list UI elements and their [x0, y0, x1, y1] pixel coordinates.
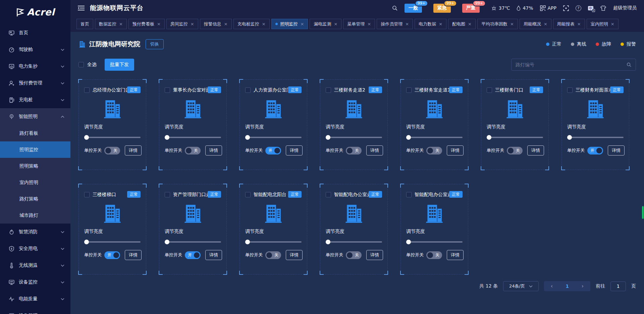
switch-toggle[interactable]: 开 [104, 251, 120, 259]
switch-toggle[interactable]: 关 [507, 147, 523, 154]
switch-toggle[interactable]: 关 [426, 147, 442, 154]
switch-site-button[interactable]: 切换 [146, 39, 164, 49]
card-checkbox[interactable] [84, 87, 90, 93]
card-checkbox[interactable] [567, 87, 573, 93]
card-checkbox[interactable] [165, 192, 170, 197]
search-icon[interactable] [392, 5, 398, 11]
brightness-slider[interactable] [245, 240, 302, 244]
slider-thumb[interactable] [326, 240, 330, 244]
detail-button[interactable]: 详情 [527, 145, 544, 155]
close-icon[interactable]: × [544, 21, 547, 26]
sidebar-subitem-lighting-monitor[interactable]: 照明监控 [0, 141, 70, 158]
sidebar-item-prepaid[interactable]: 预付费管理 [0, 75, 70, 91]
detail-button[interactable]: 详情 [608, 145, 625, 155]
close-icon[interactable]: × [119, 21, 123, 26]
sidebar-item-wireless-temp[interactable]: 无线测温 [0, 257, 70, 274]
brightness-slider[interactable] [567, 135, 624, 140]
search-input[interactable] [516, 62, 627, 67]
sidebar-item-home[interactable]: 首页 [0, 24, 70, 41]
close-icon[interactable]: × [191, 21, 194, 26]
tab-charging-monitor[interactable]: 充电桩监控× [233, 19, 270, 29]
slider-thumb[interactable] [245, 135, 250, 140]
brightness-slider[interactable] [406, 135, 463, 140]
tab-power-data[interactable]: 电力数据× [415, 19, 446, 29]
detail-button[interactable]: 详情 [286, 250, 303, 260]
sidebar-item-device-monitor[interactable]: 设备监控 [0, 274, 70, 291]
close-icon[interactable]: × [439, 21, 442, 26]
help-icon[interactable]: ? [576, 5, 581, 11]
slider-thumb[interactable] [245, 240, 250, 244]
sidebar-subitem-streetlight-strategy[interactable]: 路灯策略 [0, 191, 70, 207]
card-checkbox[interactable] [406, 87, 412, 93]
brightness-slider[interactable] [84, 240, 141, 244]
sidebar-item-cockpit[interactable]: 驾驶舱 [0, 41, 70, 58]
slider-thumb[interactable] [326, 135, 330, 140]
next-page-button[interactable]: › [575, 283, 590, 289]
switch-toggle[interactable]: 开 [265, 147, 281, 154]
tab-leakage-monitor[interactable]: 漏电监测× [310, 19, 341, 29]
close-icon[interactable]: × [510, 21, 514, 26]
detail-button[interactable]: 详情 [205, 145, 222, 155]
sidebar-item-device-mgmt[interactable]: 设备管理 [0, 307, 70, 314]
brightness-slider[interactable] [326, 240, 382, 244]
alarm-badge-severe[interactable]: 严重 99+ [462, 4, 480, 13]
search-icon[interactable] [627, 62, 632, 67]
slider-thumb[interactable] [487, 135, 491, 140]
slider-thumb[interactable] [84, 240, 89, 244]
switch-toggle[interactable]: 关 [265, 251, 281, 259]
switch-toggle[interactable]: 关 [346, 147, 362, 154]
alarm-badge-urgent[interactable]: 紧急 99+ [433, 4, 451, 13]
tab-distribution-diagram[interactable]: 配电图× [448, 19, 476, 29]
prev-page-button[interactable]: ‹ [544, 283, 559, 289]
slider-thumb[interactable] [165, 240, 169, 244]
close-icon[interactable]: × [405, 21, 409, 26]
translate-icon[interactable]: 中A [588, 6, 593, 10]
slider-thumb[interactable] [84, 135, 89, 140]
card-checkbox[interactable] [487, 87, 492, 93]
tab-operator-mgmt[interactable]: 操作员管理× [377, 19, 413, 29]
close-icon[interactable]: × [301, 21, 304, 26]
app-download[interactable]: APP [540, 5, 556, 11]
username[interactable]: 超级管理员 [613, 5, 637, 11]
slider-thumb[interactable] [406, 135, 411, 140]
brightness-slider[interactable] [165, 240, 221, 244]
sidebar-subitem-city-streetlight[interactable]: 城市路灯 [0, 207, 70, 224]
goto-page-input[interactable] [610, 281, 626, 291]
batch-dispatch-button[interactable]: 批量下发 [105, 59, 134, 71]
switch-toggle[interactable]: 开 [185, 251, 201, 259]
sidebar-subitem-lighting-strategy[interactable]: 照明策略 [0, 158, 70, 174]
slider-thumb[interactable] [567, 135, 572, 140]
close-icon[interactable]: × [262, 21, 266, 26]
card-checkbox[interactable] [326, 87, 331, 93]
alarm-badge-general[interactable]: 一般 99+ [405, 4, 422, 13]
switch-toggle[interactable]: 关 [185, 147, 201, 154]
close-icon[interactable]: × [611, 21, 614, 26]
sidebar-item-fire[interactable]: 智慧消防 [0, 224, 70, 240]
close-icon[interactable]: × [577, 21, 581, 26]
switch-toggle[interactable]: 关 [346, 251, 362, 259]
slider-thumb[interactable] [406, 240, 411, 244]
sidebar-item-power-reading[interactable]: 电力集抄 [0, 58, 70, 75]
close-icon[interactable]: × [224, 21, 228, 26]
tab-home[interactable]: 首页 [76, 19, 93, 29]
detail-button[interactable]: 详情 [366, 145, 383, 155]
tab-alarm-info[interactable]: 报警信息× [200, 19, 232, 29]
detail-button[interactable]: 详情 [125, 145, 142, 155]
brightness-slider[interactable] [84, 135, 141, 140]
tab-prepaid-board[interactable]: 预付费看板× [128, 19, 165, 29]
brightness-slider[interactable] [245, 135, 302, 140]
card-checkbox[interactable] [245, 192, 251, 197]
select-all-checkbox[interactable] [78, 62, 84, 67]
tab-menu-mgmt[interactable]: 菜单管理× [343, 19, 375, 29]
scrollbar-thumb[interactable] [642, 206, 644, 219]
brightness-slider[interactable] [406, 240, 463, 244]
card-checkbox[interactable] [84, 192, 90, 197]
detail-button[interactable]: 详情 [125, 250, 142, 260]
collapse-menu-icon[interactable] [78, 5, 85, 11]
close-icon[interactable]: × [157, 21, 161, 26]
brightness-slider[interactable] [165, 135, 221, 140]
close-icon[interactable]: × [367, 21, 371, 26]
tab-room-monitor[interactable]: 房间监控× [166, 19, 198, 29]
fullscreen-icon[interactable] [563, 5, 569, 11]
slider-thumb[interactable] [165, 135, 169, 140]
